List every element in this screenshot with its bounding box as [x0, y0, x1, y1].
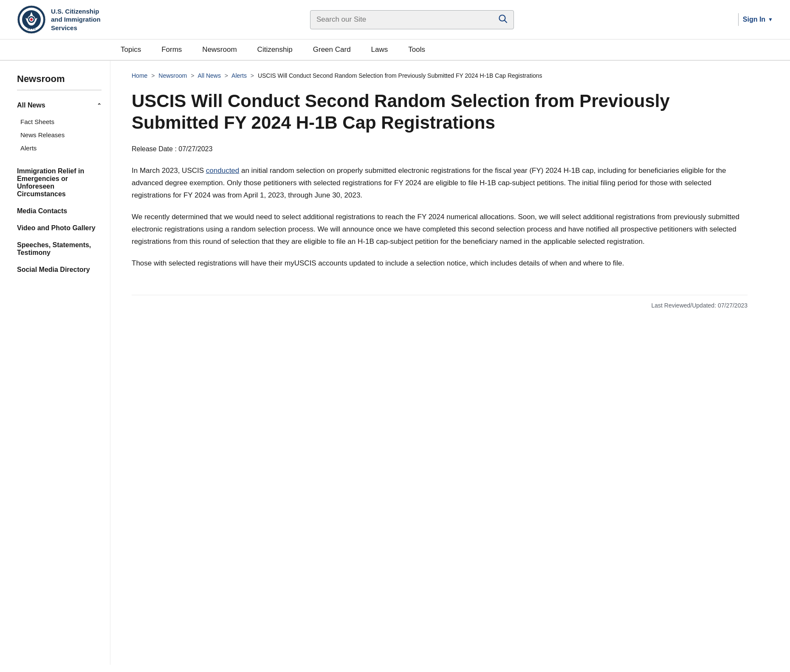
header-divider [738, 13, 739, 26]
sidebar-item-all-news[interactable]: All News ⌃ Fact Sheets News Releases Ale… [17, 97, 102, 155]
chevron-down-icon: ▼ [768, 17, 773, 23]
svg-text:★ ★ ★ ★: ★ ★ ★ ★ [27, 28, 36, 30]
sidebar-item-immigration-relief[interactable]: Immigration Relief in Emergencies or Unf… [17, 163, 102, 202]
sign-in-button[interactable]: Sign In ▼ [743, 16, 773, 23]
breadcrumb-allnews[interactable]: All News [198, 72, 220, 79]
nav-item-greencard[interactable]: Green Card [303, 40, 361, 60]
article-body: In March 2023, USCIS conducted an initia… [132, 165, 748, 269]
search-icon [498, 14, 508, 25]
nav-item-citizenship[interactable]: Citizenship [247, 40, 303, 60]
sidebar-item-speeches[interactable]: Speeches, Statements, Testimony [17, 237, 102, 261]
sidebar-item-news-releases[interactable]: News Releases [20, 128, 102, 141]
sidebar-item-fact-sheets[interactable]: Fact Sheets [20, 115, 102, 128]
sidebar-other-menu: Immigration Relief in Emergencies or Unf… [17, 163, 102, 278]
header-right: Sign In ▼ [714, 13, 773, 26]
breadcrumb-current: USCIS Will Conduct Second Random Selecti… [258, 72, 542, 79]
breadcrumb-newsroom[interactable]: Newsroom [158, 72, 187, 79]
breadcrumb-sep-3: > [225, 72, 228, 79]
site-header: ★ ★ ★ ★ U.S. Citizenship and Immigration… [0, 0, 790, 40]
sidebar-submenu: Fact Sheets News Releases Alerts [20, 115, 102, 155]
article-paragraph-3: Those with selected registrations will h… [132, 257, 748, 270]
article-title: USCIS Will Conduct Second Random Selecti… [132, 90, 748, 133]
sidebar-item-social-media[interactable]: Social Media Directory [17, 262, 102, 278]
article-paragraph-2: We recently determined that we would nee… [132, 211, 748, 248]
nav-item-laws[interactable]: Laws [361, 40, 398, 60]
nav-item-tools[interactable]: Tools [398, 40, 435, 60]
sidebar: Newsroom All News ⌃ Fact Sheets News Rel… [0, 61, 110, 665]
sidebar-item-video-gallery[interactable]: Video and Photo Gallery [17, 220, 102, 236]
breadcrumb-alerts[interactable]: Alerts [231, 72, 247, 79]
sidebar-title: Newsroom [17, 73, 102, 90]
svg-point-10 [30, 18, 33, 21]
main-content: Home > Newsroom > All News > Alerts > US… [110, 61, 773, 665]
chevron-up-icon: ⌃ [97, 102, 102, 109]
breadcrumb: Home > Newsroom > All News > Alerts > US… [132, 71, 748, 80]
nav-item-newsroom[interactable]: Newsroom [192, 40, 247, 60]
sidebar-item-media-contacts[interactable]: Media Contacts [17, 203, 102, 219]
main-nav: Topics Forms Newsroom Citizenship Green … [0, 40, 790, 61]
article-paragraph-1: In March 2023, USCIS conducted an initia… [132, 165, 748, 202]
site-name: U.S. Citizenship and Immigration Service… [51, 7, 101, 32]
breadcrumb-sep-2: > [191, 72, 194, 79]
search-bar[interactable] [310, 10, 514, 29]
search-area [119, 10, 705, 29]
sidebar-item-alerts[interactable]: Alerts [20, 141, 102, 155]
last-reviewed: Last Reviewed/Updated: 07/27/2023 [132, 295, 748, 309]
sidebar-primary-menu: All News ⌃ Fact Sheets News Releases Ale… [17, 97, 102, 155]
conducted-link[interactable]: conducted [206, 167, 239, 175]
breadcrumb-sep-4: > [251, 72, 254, 79]
svg-line-12 [505, 20, 507, 22]
nav-item-forms[interactable]: Forms [151, 40, 192, 60]
search-input[interactable] [316, 15, 494, 24]
breadcrumb-home[interactable]: Home [132, 72, 147, 79]
breadcrumb-sep-1: > [151, 72, 155, 79]
release-date: Release Date : 07/27/2023 [132, 145, 748, 153]
nav-item-topics[interactable]: Topics [110, 40, 151, 60]
page-layout: Newsroom All News ⌃ Fact Sheets News Rel… [0, 61, 790, 665]
uscis-seal-icon: ★ ★ ★ ★ [17, 5, 46, 34]
logo-area: ★ ★ ★ ★ U.S. Citizenship and Immigration… [17, 5, 110, 34]
